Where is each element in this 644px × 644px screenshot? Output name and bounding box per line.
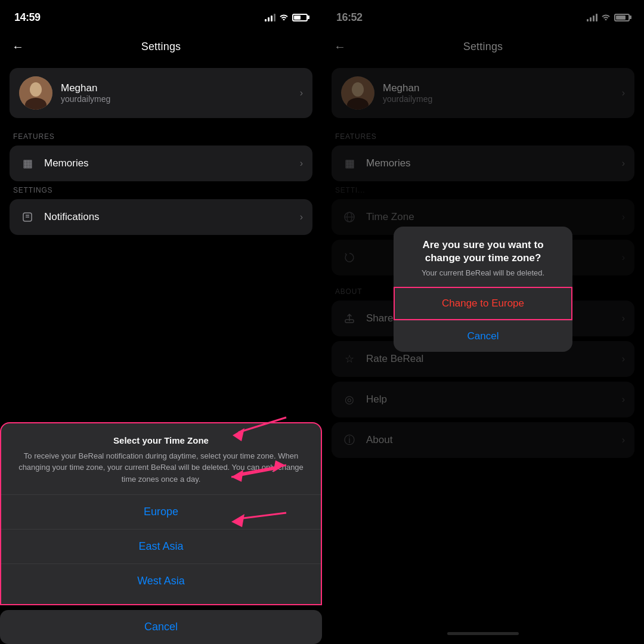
dialog-title: Are you sure you want to change your tim… <box>394 227 572 268</box>
europe-label: Europe <box>144 506 178 518</box>
action-sheet-title: Select your Time Zone <box>16 435 306 445</box>
left-nav-bar: ← Settings <box>0 31 322 62</box>
left-settings-label: SETTINGS <box>10 186 312 194</box>
dialog-overlay: Are you sure you want to change your tim… <box>322 0 644 644</box>
east-asia-option[interactable]: East Asia <box>1 530 321 564</box>
calendar-icon: ▦ <box>19 155 36 172</box>
left-status-icons <box>265 13 308 22</box>
wifi-icon <box>279 13 289 22</box>
battery-icon <box>292 14 308 21</box>
signal-icon <box>265 13 275 21</box>
dialog-cancel-label: Cancel <box>467 330 499 342</box>
left-status-bar: 14:59 <box>0 0 322 31</box>
left-profile-username: yourdailymeg <box>61 94 292 104</box>
left-memories-item[interactable]: ▦ Memories › <box>10 145 312 181</box>
left-notifications-label: Notifications <box>44 211 292 223</box>
confirmation-dialog: Are you sure you want to change your tim… <box>394 227 572 352</box>
west-asia-label: West Asia <box>137 575 185 587</box>
right-phone-panel: 16:52 ← Settings <box>322 0 644 644</box>
action-sheet-cancel-label: Cancel <box>144 621 178 633</box>
left-avatar <box>19 76 52 110</box>
confirm-button[interactable]: Change to Europe <box>394 287 572 320</box>
dialog-cancel-button[interactable]: Cancel <box>394 320 572 352</box>
left-time: 14:59 <box>14 11 41 24</box>
action-sheet-header: Select your Time Zone To receive your Be… <box>1 423 321 496</box>
confirm-label: Change to Europe <box>442 298 524 309</box>
west-asia-option[interactable]: West Asia <box>1 564 321 598</box>
left-memories-label: Memories <box>44 157 292 169</box>
europe-option[interactable]: Europe <box>1 495 321 530</box>
left-profile-info: Meghan yourdailymeg <box>61 82 292 104</box>
dialog-description: Your current BeReal will be deleted. <box>394 268 572 287</box>
action-sheet-desc: To receive your BeReal notification duri… <box>16 450 306 485</box>
svg-point-3 <box>30 83 42 95</box>
left-nav-title: Settings <box>141 41 181 53</box>
left-action-sheet: Select your Time Zone To receive your Be… <box>0 422 322 606</box>
bell-icon <box>19 209 36 225</box>
left-notifications-chevron: › <box>300 212 303 222</box>
left-memories-chevron: › <box>300 158 303 169</box>
left-profile-name: Meghan <box>61 82 292 94</box>
left-phone-panel: 14:59 ← Settings <box>0 0 322 644</box>
left-notifications-item[interactable]: Notifications › <box>10 199 312 235</box>
left-profile-chevron: › <box>300 88 303 98</box>
left-profile-card[interactable]: Meghan yourdailymeg › <box>10 68 312 118</box>
east-asia-label: East Asia <box>138 540 183 552</box>
left-features-label: FEATURES <box>10 132 312 141</box>
left-back-button[interactable]: ← <box>12 40 24 54</box>
left-action-sheet-overlay: Select your Time Zone To receive your Be… <box>0 422 322 645</box>
action-sheet-cancel-btn[interactable]: Cancel <box>0 610 322 644</box>
